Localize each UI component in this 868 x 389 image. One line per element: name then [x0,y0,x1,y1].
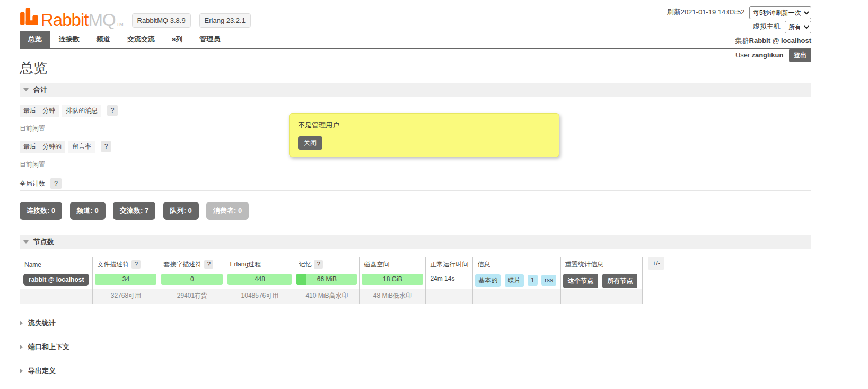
memory-cell: 66 MiB [294,272,360,290]
tab-exchanges[interactable]: 交流交流 [119,31,163,48]
nodes-area: Name 文件描述符? 套接字描述符? Erlang过程 记忆? 磁盘空间 正常… [20,257,811,304]
col-name: Name [20,257,93,272]
tab-overview[interactable]: 总览 [20,31,50,48]
help-icon[interactable]: ? [101,141,112,152]
info-badge-rss: rss [541,275,556,286]
uptime-cell: 24m 14s [426,272,473,290]
section-totals-label: 合计 [33,85,47,94]
section-export-definitions[interactable]: 导出定义 [20,366,811,376]
rabbitmq-logo-icon [20,7,41,28]
refresh-timestamp-label: 刷新2021-01-19 14:03:52 [667,8,745,16]
col-erlang-processes: Erlang过程 [225,257,294,272]
file-descriptors-detail: 32768可用 [93,289,159,304]
section-ports-contexts[interactable]: 端口和上下文 [20,342,811,352]
col-socket-descriptors: 套接字描述符? [159,257,225,272]
col-memory: 记忆? [294,257,360,272]
reset-stats-cell: 这个节点 所有节点 [561,272,643,290]
consumers-count-badge: 消费者: 0 [206,202,249,220]
info-cell: 基本的 碟片 1 rss [473,272,561,290]
global-counts-label: 全局计数 [20,178,45,190]
global-counts-row: 全局计数 ? [20,178,811,191]
refresh-row: 刷新2021-01-19 14:03:52 每5秒钟刷新一次 [667,5,811,19]
info-badge-basic: 基本的 [475,274,501,287]
col-disk-space: 磁盘空间 [360,257,426,272]
tab-channels[interactable]: 频道 [88,31,119,48]
popup-close-button[interactable]: 关闭 [298,136,322,150]
file-descriptors-cell: 34 [93,272,159,290]
node-name-badge[interactable]: rabbit @ localhost [23,274,89,286]
socket-descriptors-cell: 0 [159,272,225,290]
node-detail-row: 32768可用 29401有货 1048576可用 410 MiB高水印 48 … [20,289,643,304]
collapse-arrow-icon [23,240,29,244]
help-icon[interactable]: ? [107,105,118,116]
expand-arrow-icon [20,368,23,374]
file-descriptors-bar: 34 [95,274,156,285]
disk-space-cell: 18 GiB [360,272,426,290]
message-rates-title: 留言率 [68,141,95,153]
refresh-interval-select[interactable]: 每5秒钟刷新一次 [749,6,811,19]
tab-admin[interactable]: 管理员 [191,31,229,48]
connections-count-badge: 连接数: 0 [20,202,62,220]
erlang-processes-detail: 1048576可用 [225,289,294,304]
node-name-cell: rabbit @ localhost [20,272,93,290]
logout-button[interactable]: 登出 [789,49,811,62]
vhost-select[interactable]: 所有 [785,21,811,33]
cluster-row: 集群Rabbit @ localhost [667,34,811,47]
col-info: 信息 [473,257,561,272]
tab-connections[interactable]: 连接数 [50,31,88,48]
reset-all-nodes-button[interactable]: 所有节点 [602,274,637,288]
erlang-version-badge: Erlang 23.2.1 [199,13,251,28]
memory-bar-fill [296,274,306,285]
warning-popup-message: 不是管理用户 [298,120,550,130]
section-churn-statistics-label: 流失统计 [28,318,56,328]
help-icon[interactable]: ? [50,178,62,189]
section-export-definitions-label: 导出定义 [28,366,56,376]
exchanges-count-badge: 交流数: 7 [113,202,155,220]
nodes-header-row: Name 文件描述符? 套接字描述符? Erlang过程 记忆? 磁盘空间 正常… [20,257,643,272]
reset-detail-cell [561,289,643,304]
help-icon[interactable]: ? [131,260,141,269]
node-row: rabbit @ localhost 34 0 448 [20,272,643,290]
section-ports-contexts-label: 端口和上下文 [28,342,69,352]
col-uptime: 正常运行时间 [426,257,473,272]
col-file-descriptors: 文件描述符? [93,257,159,272]
user-name: zanglikun [751,51,783,59]
expand-arrow-icon [20,321,23,326]
expand-arrow-icon [20,344,23,350]
user-row: Userzanglikun 登出 [667,48,811,62]
reset-this-node-button[interactable]: 这个节点 [563,274,598,288]
help-icon[interactable]: ? [314,260,323,269]
logo-text-mq: MQ [88,12,115,28]
uptime-detail-cell [426,289,473,304]
rabbitmq-version-badge: RabbitMQ 3.8.9 [132,13,191,28]
node-name-detail-cell [20,289,93,304]
info-badge-disc: 碟片 [505,274,524,287]
rabbitmq-logo[interactable]: Rabbit MQ TM [20,7,124,28]
rate-period-tab[interactable]: 最后一分钟的 [20,141,65,153]
section-churn-statistics[interactable]: 流失统计 [20,318,811,328]
logo-trademark: TM [117,21,124,28]
tab-queues[interactable]: s列 [163,31,191,48]
socket-descriptors-detail: 29401有货 [159,289,225,304]
vhost-row: 虚拟主机 所有 [667,20,811,33]
nodes-table: Name 文件描述符? 套接字描述符? Erlang过程 记忆? 磁盘空间 正常… [20,257,643,304]
logo-text-rabbit: Rabbit [41,12,88,28]
queued-messages-title: 排队的消息 [62,105,101,117]
erlang-processes-bar: 448 [227,274,292,285]
user-label: User [735,51,750,59]
rate-period-tab[interactable]: 最后一分钟 [20,105,59,117]
info-detail-cell [473,289,561,304]
message-rates-idle-text: 目前闲置 [20,160,811,169]
page: Rabbit MQ TM RabbitMQ 3.8.9 Erlang 23.2.… [20,0,811,389]
queues-count-badge: 队列: 0 [163,202,199,220]
socket-descriptors-bar: 0 [161,274,223,285]
help-icon[interactable]: ? [204,260,213,269]
collapse-arrow-icon [23,88,29,91]
disk-space-bar: 18 GiB [362,274,423,285]
cluster-label: 集群 [735,37,749,45]
section-totals-header[interactable]: 合计 [20,83,811,97]
memory-bar: 66 MiB [296,274,357,285]
header: Rabbit MQ TM RabbitMQ 3.8.9 Erlang 23.2.… [20,0,811,28]
section-nodes-header[interactable]: 节点数 [20,235,811,249]
column-selector-button[interactable]: +/- [648,257,664,270]
